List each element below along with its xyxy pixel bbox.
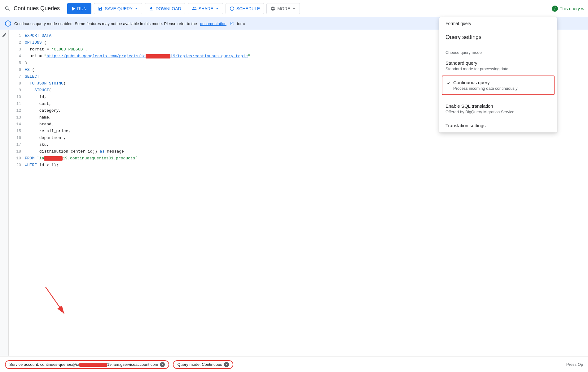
status-bar: Service account: continues-queries@ia19.… (0, 357, 588, 372)
query-mode-close-icon[interactable]: ✕ (224, 362, 229, 367)
translation-settings-item[interactable]: Translation settings (439, 119, 557, 132)
format-query-item[interactable]: Format query (439, 17, 557, 30)
code-line-19: 19 FROM `ia19.continuesqueries01.product… (14, 155, 583, 162)
share-button[interactable]: SHARE (188, 3, 223, 14)
code-line-16: 16 department, (14, 135, 583, 141)
run-button[interactable]: RUN (67, 3, 91, 14)
run-label: RUN (77, 6, 86, 11)
editor-pencil-icon (0, 30, 9, 356)
play-icon (72, 7, 75, 11)
redacted-account (79, 363, 107, 367)
code-line-17: 17 sku, (14, 141, 583, 148)
standard-query-option[interactable]: Standard query Standard mode for process… (439, 56, 557, 76)
this-query-text: This query w (560, 6, 584, 11)
enable-sql-item[interactable]: Enable SQL translation Offered by BigQue… (439, 99, 557, 119)
service-account-close-icon[interactable]: ✕ (160, 362, 165, 367)
query-mode-chip: Query mode: Continuous ✕ (173, 360, 233, 369)
toolbar: Continues Queries RUN SAVE QUERY DOWNLOA… (0, 0, 588, 17)
info-icon: i (5, 20, 11, 27)
save-query-label: SAVE QUERY (105, 6, 133, 11)
download-label: DOWNLOAD (156, 6, 181, 11)
query-mode-text: Query mode: Continuous (177, 362, 222, 367)
page-title: Continues Queries (14, 5, 60, 12)
documentation-link[interactable]: documentation (200, 21, 226, 26)
continuous-query-desc: Process incoming data continuously (453, 86, 517, 91)
save-query-button[interactable]: SAVE QUERY (94, 3, 142, 14)
external-link-icon (230, 21, 234, 26)
this-query-badge: ✓ This query w (552, 6, 584, 12)
more-label: MORE (277, 6, 290, 11)
service-account-text: Service account: continues-queries@ia19.… (9, 362, 158, 367)
continuous-query-option[interactable]: ✓ Continuous query Process incoming data… (442, 76, 555, 95)
choose-query-mode-label: Choose query mode (439, 45, 557, 56)
check-circle-icon: ✓ (552, 6, 558, 12)
enable-sql-title: Enable SQL translation (445, 103, 551, 109)
share-label: SHARE (199, 6, 213, 11)
continuous-query-title: Continuous query (453, 80, 517, 85)
standard-query-desc: Standard mode for processing data (445, 67, 551, 71)
press-text: Press Op (566, 362, 583, 367)
code-line-18: 18 distribution_center_id)) as message (14, 148, 583, 155)
info-text2: for c (237, 21, 245, 26)
schedule-label: SCHEDULE (236, 6, 260, 11)
dropdown-menu: Format query Query settings Choose query… (439, 17, 557, 132)
checkmark-icon: ✓ (447, 80, 451, 86)
code-line-20: 20 WHERE id > 1); (14, 162, 583, 169)
query-settings-header: Query settings (439, 30, 557, 45)
standard-query-title: Standard query (445, 60, 551, 66)
download-button[interactable]: DOWNLOAD (145, 3, 185, 14)
schedule-button[interactable]: SCHEDULE (226, 3, 264, 14)
enable-sql-desc: Offered by BigQuery Migration Service (445, 110, 551, 114)
info-text: Continuous query mode enabled. Some feat… (14, 21, 197, 26)
service-account-chip: Service account: continues-queries@ia19.… (5, 360, 169, 369)
search-icon[interactable] (4, 5, 11, 12)
more-button[interactable]: MORE (266, 3, 300, 14)
